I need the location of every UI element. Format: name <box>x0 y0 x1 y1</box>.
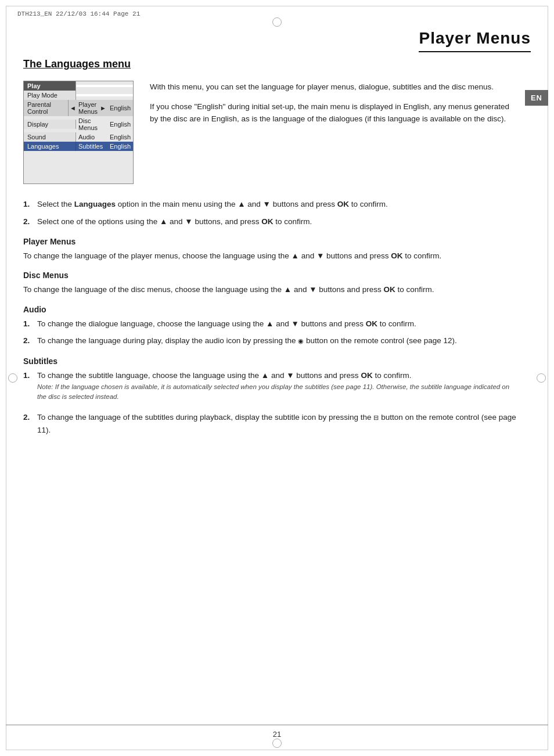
step-2-num: 2. <box>23 215 34 228</box>
player-menus-subtitle: Player Menus <box>23 237 519 246</box>
language-badge: EN <box>525 90 548 106</box>
page-title: Player Menus <box>419 29 531 48</box>
menu-display-value: English <box>107 120 133 129</box>
subtitles-step-1-text: To change the subtitle language, choose … <box>37 369 519 382</box>
subtitles-steps: 1. To change the subtitle language, choo… <box>23 369 519 436</box>
audio-step-1-num: 1. <box>23 318 34 330</box>
header-meta: DTH213_EN 22/12/03 16:44 Page 21 <box>17 10 140 17</box>
menu-item-play: Play <box>24 81 76 91</box>
menu-subtitles-label: Subtitles <box>76 142 107 151</box>
menu-parental-value: English <box>107 103 133 113</box>
menu-row-parental: Parental Control ◄ Player Menus ► Englis… <box>24 100 133 116</box>
page-number: 21 <box>273 730 281 739</box>
menu-empty-4 <box>24 175 133 183</box>
subtitles-step-1-content: To change the subtitle language, choose … <box>37 369 519 406</box>
menu-row-play: Play <box>24 81 133 91</box>
subtitles-step-1-num: 1. <box>23 369 34 406</box>
audio-subtitle: Audio <box>23 305 519 314</box>
menu-row-playmode: Play Mode <box>24 91 133 100</box>
intro-para1: With this menu, you can set the language… <box>150 81 519 93</box>
disc-menus-subtitle: Disc Menus <box>23 271 519 280</box>
bottom-circle <box>272 739 282 748</box>
audio-step-1: 1. To change the dialogue language, choo… <box>23 318 519 330</box>
step-1-num: 1. <box>23 198 34 211</box>
menu-item-display: Display <box>24 120 76 129</box>
main-step-2: 2. Select one of the options using the ▲… <box>23 215 519 228</box>
menu-empty-3 <box>24 167 133 175</box>
subtitles-step-1: 1. To change the subtitle language, choo… <box>23 369 519 406</box>
menu-item-sound: Sound <box>24 132 76 142</box>
page-footer: 21 <box>6 725 548 739</box>
audio-steps: 1. To change the dialogue language, choo… <box>23 318 519 347</box>
player-menus-label: Player Menus <box>78 101 98 115</box>
subtitle-button-icon <box>373 413 379 422</box>
disc-menus-body: To change the language of the disc menus… <box>23 283 519 296</box>
menu-item-parental: Parental Control <box>24 100 69 116</box>
arrow-right-icon: ► <box>100 105 106 111</box>
audio-step-2-num: 2. <box>23 334 34 347</box>
intro-para2: If you chose "English" during initial se… <box>150 100 519 125</box>
step-1-text: Select the Languages option in the main … <box>37 198 388 211</box>
player-menus-body: To change the language of the player men… <box>23 250 519 262</box>
intro-text-area: With this menu, you can set the language… <box>150 81 519 184</box>
subtitles-step-2-text: To change the language of the subtitles … <box>37 411 519 436</box>
subtitles-step-2-num: 2. <box>23 411 34 436</box>
menu-parental-submenu: ◄ Player Menus ► <box>69 100 107 116</box>
page-title-area: Player Menus <box>419 29 531 52</box>
menu-item-languages: Languages <box>24 142 76 151</box>
menu-playmode-right <box>76 94 133 96</box>
menu-item-playmode: Play Mode <box>24 91 76 100</box>
subtitles-note: Note: If the language chosen is availabl… <box>37 382 519 402</box>
menu-row-display: Display Disc Menus English <box>24 116 133 132</box>
audio-step-1-text: To change the dialogue language, choose … <box>37 318 416 330</box>
main-steps: 1. Select the Languages option in the ma… <box>23 198 519 228</box>
menu-empty-2 <box>24 159 133 167</box>
section-title: The Languages menu <box>23 58 519 70</box>
menu-discmenus-label: Disc Menus <box>76 116 107 132</box>
arrow-left-icon: ◄ <box>70 105 76 111</box>
title-underline <box>419 51 531 52</box>
main-step-1: 1. Select the Languages option in the ma… <box>23 198 519 211</box>
right-circle <box>537 373 546 383</box>
menu-row-languages: Languages Subtitles English <box>24 142 133 151</box>
menu-screenshot: Play Play Mode Parental Control ◄ Player… <box>23 81 134 184</box>
menu-sound-value: English <box>107 132 133 142</box>
audio-button-icon <box>298 336 304 345</box>
left-circle <box>8 373 17 383</box>
step-2-text: Select one of the options using the ▲ an… <box>37 215 312 228</box>
menu-empty-1 <box>24 151 133 159</box>
subtitles-subtitle: Subtitles <box>23 357 519 366</box>
menu-intro-area: Play Play Mode Parental Control ◄ Player… <box>23 81 519 184</box>
audio-step-2-text: To change the language during play, disp… <box>37 334 457 347</box>
audio-step-2: 2. To change the language during play, d… <box>23 334 519 347</box>
main-content: The Languages menu Play Play Mode Parent… <box>23 58 519 445</box>
top-corner-circle <box>272 17 282 27</box>
menu-play-right <box>76 85 133 87</box>
menu-row-sound: Sound Audio English <box>24 132 133 142</box>
menu-languages-value: English <box>107 142 133 151</box>
subtitles-step-2: 2. To change the language of the subtitl… <box>23 411 519 436</box>
menu-audio-label: Audio <box>76 132 107 142</box>
